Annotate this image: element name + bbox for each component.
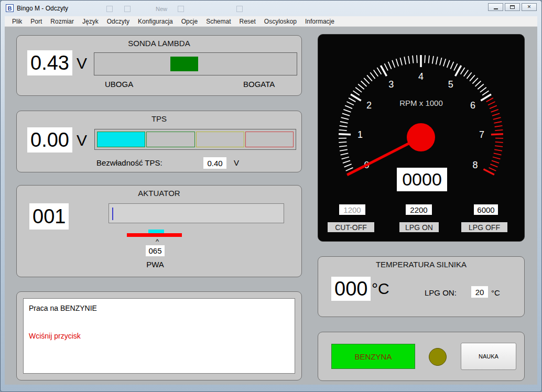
menu-item-rozmiar[interactable]: Rozmiar bbox=[46, 17, 78, 26]
tps-value: 0.00 bbox=[27, 127, 72, 153]
window-controls: ✕ bbox=[488, 3, 537, 11]
app-window: B Bingo M - Odczyty New ✕ Plik Port Rozm… bbox=[0, 0, 542, 392]
tps-unit: V bbox=[77, 128, 87, 153]
lambda-value: 0.43 bbox=[27, 50, 72, 75]
aktuator-title: AKTUATOR bbox=[17, 189, 301, 198]
message-line-1: Praca na BENZYNIE bbox=[29, 304, 295, 312]
tps-inertia-label: Bezwładność TPS: bbox=[96, 158, 162, 167]
app-icon: B bbox=[6, 4, 14, 12]
temperature-panel: TEMPERATURA SILNIKA 000 °C LPG ON: 20 °C bbox=[318, 256, 525, 317]
tps-segment-fill bbox=[97, 132, 145, 147]
temperature-unit: °C bbox=[372, 277, 389, 301]
close-icon: ✕ bbox=[527, 5, 532, 9]
message-box: Praca na BENZYNIE Wciśnij przycisk bbox=[23, 298, 295, 374]
background-window-icon bbox=[236, 6, 243, 12]
aktuator-position-segment bbox=[148, 230, 164, 233]
lpg-off-label: LPG OFF bbox=[461, 222, 507, 232]
aktuator-input-field[interactable] bbox=[109, 203, 284, 223]
menu-item-jezyk[interactable]: Język bbox=[78, 17, 103, 26]
aktuator-range-bar bbox=[127, 233, 182, 237]
aktuator-panel: AKTUATOR 001 ^ 065 PWA bbox=[16, 185, 302, 277]
maximize-button[interactable] bbox=[505, 3, 520, 11]
lambda-unit: V bbox=[77, 51, 87, 75]
cutoff-rpm-field[interactable]: 1200 bbox=[339, 204, 365, 215]
minimize-button[interactable] bbox=[488, 3, 503, 11]
temperature-title: TEMPERATURA SILNIKA bbox=[318, 260, 524, 269]
svg-text:7: 7 bbox=[479, 129, 484, 140]
lpg-off-rpm-field[interactable]: 6000 bbox=[474, 204, 498, 215]
background-window-title: New bbox=[156, 6, 167, 12]
tps-panel: TPS 0.00 V Bezwładność TPS: 0.40 V bbox=[16, 111, 302, 172]
tps-segment-green bbox=[146, 132, 194, 147]
minimize-icon bbox=[494, 8, 498, 9]
rpm-gauge-panel: 012345678 RPM x 1000 0000 1200 2200 6000… bbox=[318, 34, 525, 242]
lpg-on-rpm-field[interactable]: 2200 bbox=[406, 204, 432, 215]
lambda-bar bbox=[94, 52, 297, 75]
lambda-title: SONDA LAMBDA bbox=[17, 39, 301, 48]
tps-bar bbox=[94, 129, 296, 150]
fuel-panel: BENZYNA NAUKA bbox=[318, 332, 525, 381]
menu-item-port[interactable]: Port bbox=[26, 17, 46, 26]
aktuator-setpoint-field[interactable]: 065 bbox=[146, 245, 165, 256]
menu-item-konfiguracja[interactable]: Konfiguracja bbox=[134, 17, 177, 26]
lambda-right-label: BOGATA bbox=[243, 80, 275, 89]
menu-item-opcje[interactable]: Opcje bbox=[177, 17, 202, 26]
aktuator-value: 001 bbox=[29, 203, 69, 230]
aktuator-axis-label: PWA bbox=[138, 260, 172, 269]
titlebar: B Bingo M - Odczyty New ✕ bbox=[1, 1, 541, 16]
tps-title: TPS bbox=[17, 114, 301, 123]
lambda-panel: SONDA LAMBDA 0.43 V UBOGA BOGATA bbox=[16, 35, 302, 96]
lambda-left-label: UBOGA bbox=[105, 80, 133, 89]
menu-item-informacje[interactable]: Informacje bbox=[301, 17, 339, 26]
svg-text:8: 8 bbox=[472, 160, 478, 170]
svg-text:4: 4 bbox=[418, 71, 424, 82]
background-window-icon bbox=[178, 6, 184, 12]
tps-inertia-unit: V bbox=[234, 158, 239, 167]
menu-item-reset[interactable]: Reset bbox=[235, 17, 260, 26]
message-line-2: Wciśnij przycisk bbox=[29, 332, 295, 340]
background-window-icon bbox=[124, 6, 131, 12]
menu-item-odczyty[interactable]: Odczyty bbox=[103, 17, 134, 26]
lpg-on-label: LPG ON bbox=[399, 222, 439, 232]
temperature-value: 000 bbox=[331, 277, 371, 301]
status-lamp bbox=[429, 348, 447, 366]
menu-item-plik[interactable]: Plik bbox=[8, 17, 26, 26]
menu-bar: Plik Port Rozmiar Język Odczyty Konfigur… bbox=[5, 16, 537, 27]
maximize-icon bbox=[510, 5, 515, 9]
svg-text:1: 1 bbox=[357, 129, 363, 140]
close-button[interactable]: ✕ bbox=[522, 3, 537, 11]
tps-inertia-field[interactable]: 0.40 bbox=[203, 157, 226, 169]
temp-lpg-on-unit: °C bbox=[491, 288, 500, 297]
rpm-scale-label: RPM x 1000 bbox=[318, 99, 524, 107]
benzyna-button[interactable]: BENZYNA bbox=[331, 344, 415, 369]
menu-item-schemat[interactable]: Schemat bbox=[202, 17, 235, 26]
text-caret bbox=[112, 208, 113, 220]
aktuator-marker: ^ bbox=[148, 237, 167, 245]
tps-segment-yellow bbox=[196, 132, 244, 147]
svg-text:5: 5 bbox=[448, 79, 453, 90]
window-title: Bingo M - Odczyty bbox=[17, 5, 68, 12]
background-window-icon bbox=[106, 6, 113, 12]
message-panel: Praca na BENZYNIE Wciśnij przycisk bbox=[16, 291, 302, 380]
svg-text:3: 3 bbox=[388, 79, 394, 90]
menu-item-oscyloskop[interactable]: Oscyloskop bbox=[260, 17, 301, 26]
tps-segment-red bbox=[245, 132, 294, 147]
rpm-digital-readout: 0000 bbox=[397, 168, 447, 191]
client-area: SONDA LAMBDA 0.43 V UBOGA BOGATA TPS 0.0… bbox=[5, 27, 537, 385]
temp-lpg-on-field[interactable]: 20 bbox=[471, 286, 488, 298]
cutoff-label: CUT-OFF bbox=[328, 222, 374, 232]
titlebar-left: B Bingo M - Odczyty bbox=[6, 4, 68, 12]
nauka-button[interactable]: NAUKA bbox=[461, 343, 516, 370]
temp-lpg-on-label: LPG ON: bbox=[425, 288, 457, 297]
lambda-indicator bbox=[170, 57, 198, 71]
